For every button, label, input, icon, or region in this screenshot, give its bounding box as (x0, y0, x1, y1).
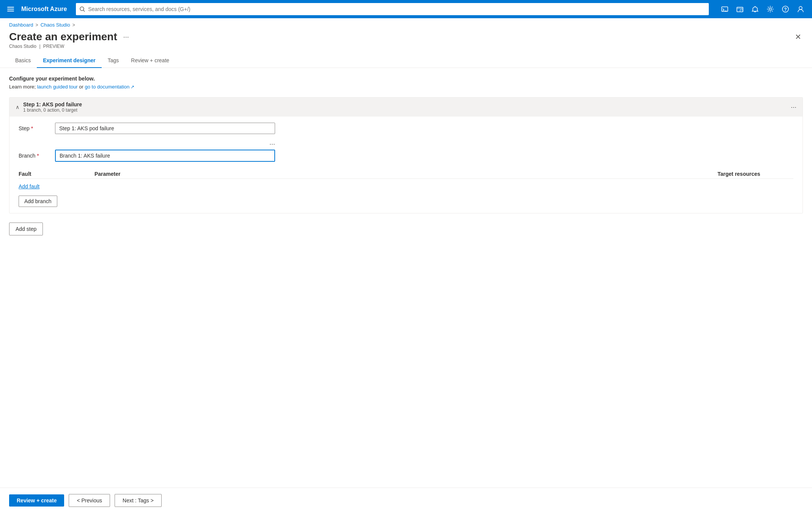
bottom-bar: Review + create < Previous Next : Tags > (0, 488, 812, 513)
page-title-row: Create an experiment ··· (9, 31, 131, 43)
svg-rect-5 (722, 7, 728, 11)
svg-point-10 (769, 8, 771, 10)
svg-point-13 (799, 6, 802, 9)
next-tags-button[interactable]: Next : Tags > (115, 494, 162, 507)
help-icon[interactable]: ? (779, 2, 792, 16)
fault-col-header: Fault (19, 171, 94, 177)
branch-form-row: Branch * (19, 150, 793, 162)
add-branch-button[interactable]: Add branch (19, 196, 57, 207)
tab-bar: Basics Experiment designer Tags Review +… (0, 54, 812, 68)
add-step-button[interactable]: Add step (9, 223, 43, 235)
page-subtitle: Chaos Studio | PREVIEW (9, 44, 131, 49)
svg-line-4 (83, 10, 85, 11)
directory-icon[interactable]: ⟳ (733, 2, 747, 16)
step-title: Step 1: AKS pod failure (23, 101, 82, 107)
svg-text:?: ? (784, 7, 787, 12)
breadcrumb-sep-1: > (36, 22, 38, 28)
page-title: Create an experiment (9, 31, 117, 43)
breadcrumb-sep-2: > (72, 22, 75, 28)
configure-subtitle: Learn more; launch guided tour or go to … (9, 84, 803, 90)
app-title: Microsoft Azure (21, 6, 67, 13)
step-meta: 1 branch, 0 action, 0 target (23, 107, 82, 113)
subtitle-badge: PREVIEW (43, 44, 64, 49)
breadcrumb-dashboard[interactable]: Dashboard (9, 22, 33, 28)
top-navigation: Microsoft Azure (0, 0, 812, 18)
page-more-button[interactable]: ··· (121, 32, 131, 42)
branch-input[interactable] (55, 150, 275, 162)
profile-icon[interactable] (794, 2, 807, 16)
step-chevron-icon: ∧ (16, 104, 19, 110)
subtitle-service: Chaos Studio (9, 44, 36, 49)
step-more-button[interactable]: ··· (791, 103, 796, 111)
fault-table-header: Fault Parameter Target resources (19, 168, 793, 179)
close-button[interactable]: ✕ (793, 31, 803, 43)
settings-icon[interactable] (763, 2, 777, 16)
cloud-shell-icon[interactable] (718, 2, 732, 16)
svg-rect-0 (7, 7, 14, 8)
docs-link[interactable]: go to documentation ↗ (85, 84, 135, 90)
hamburger-menu[interactable] (5, 3, 17, 15)
search-input[interactable] (88, 6, 705, 12)
external-link-icon: ↗ (131, 84, 134, 90)
nav-icons: ⟳ ? (718, 2, 807, 16)
svg-rect-2 (7, 11, 14, 11)
or-text: or (79, 84, 85, 90)
param-col-header: Parameter (94, 171, 718, 177)
svg-rect-1 (7, 9, 14, 9)
tab-basics[interactable]: Basics (9, 54, 37, 68)
step-header-left: ∧ Step 1: AKS pod failure 1 branch, 0 ac… (16, 101, 82, 113)
step-header[interactable]: ∧ Step 1: AKS pod failure 1 branch, 0 ac… (9, 98, 803, 117)
review-create-button[interactable]: Review + create (9, 494, 64, 507)
subtitle-sep: | (39, 44, 40, 49)
step-card: ∧ Step 1: AKS pod failure 1 branch, 0 ac… (9, 97, 803, 213)
branch-more-button[interactable]: ··· (269, 140, 275, 148)
step-required-star: * (31, 125, 33, 131)
configure-title: Configure your experiment below. (9, 76, 803, 82)
guided-tour-link[interactable]: launch guided tour (37, 84, 78, 90)
step-input[interactable] (55, 123, 275, 134)
step-label: Step * (19, 125, 49, 131)
previous-button[interactable]: < Previous (69, 494, 110, 507)
page-header: Create an experiment ··· Chaos Studio | … (0, 29, 812, 49)
tab-review-create[interactable]: Review + create (125, 54, 175, 68)
svg-text:⟳: ⟳ (741, 10, 743, 12)
tab-tags[interactable]: Tags (102, 54, 125, 68)
step-title-block: Step 1: AKS pod failure 1 branch, 0 acti… (23, 101, 82, 113)
main-content: Configure your experiment below. Learn m… (0, 68, 812, 235)
notifications-icon[interactable] (748, 2, 762, 16)
tab-experiment-designer[interactable]: Experiment designer (37, 54, 102, 68)
step-form-row: Step * (19, 123, 793, 134)
breadcrumb: Dashboard > Chaos Studio > (0, 18, 812, 29)
branch-more-row: ··· (19, 140, 275, 148)
branch-required-star: * (37, 153, 39, 159)
target-col-header: Target resources (718, 171, 793, 177)
subtitle-prefix: Learn more; (9, 84, 36, 90)
branch-label: Branch * (19, 153, 49, 159)
add-fault-button[interactable]: Add fault (19, 183, 39, 189)
docs-label: go to documentation (85, 84, 130, 90)
search-bar[interactable] (76, 3, 709, 15)
step-body: Step * ··· Branch * (9, 117, 803, 213)
breadcrumb-chaos-studio[interactable]: Chaos Studio (41, 22, 70, 28)
